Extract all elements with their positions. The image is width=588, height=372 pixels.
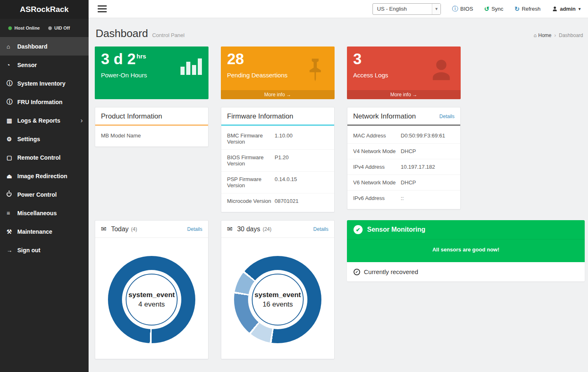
table-row: PSP Firmware Version 0.14.0.15 [221, 172, 334, 193]
sidebar-item-label: FRU Information [17, 99, 63, 105]
breadcrumb-home-label: Home [538, 33, 551, 38]
sensor-status-message: All sensors are good now! [347, 239, 585, 262]
eject-icon: ⏏ [7, 173, 17, 179]
arrow-circle-icon: → [286, 92, 291, 98]
refresh-label: Refresh [522, 6, 541, 12]
home-icon: ⌂ [534, 33, 536, 38]
refresh-button[interactable]: ↻ Refresh [515, 5, 541, 13]
access-logs-card: 3 Access Logs More info → [347, 46, 461, 99]
user-name: admin [560, 6, 576, 12]
caret-down-icon: ▾ [432, 4, 440, 14]
uid-status: UID Off [48, 26, 70, 30]
table-row: IPv4 Address 10.197.17.182 [347, 159, 460, 175]
status-bar: Host Online UID Off [0, 19, 89, 35]
sidebar-item-label: Dashboard [17, 43, 47, 50]
30days-details-link[interactable]: Details [313, 226, 328, 232]
sync-button[interactable]: ↺ Sync [484, 5, 503, 13]
language-select[interactable]: US - English ▾ [372, 3, 441, 15]
table-row: V4 Network Mode DHCP [347, 144, 460, 159]
user-icon [428, 56, 455, 85]
event-count: (24) [262, 226, 271, 232]
page-title: Dashboard [96, 27, 148, 40]
panel-title: Product Information [95, 107, 208, 125]
power-on-hours-card: 3 d 2hrs Power-On Hours [95, 46, 208, 99]
pending-deassertions-card: 28 Pending Deassertions More info → [221, 46, 335, 99]
currently-recovered-label: Currently recovered [364, 268, 418, 275]
chevron-right-icon: › [80, 116, 83, 125]
gauge-icon: ◔ [7, 62, 17, 68]
network-details-link[interactable]: Details [439, 114, 454, 119]
info-icon: ⓘ [452, 5, 458, 13]
table-row: BIOS Firmware Version P1.20 [221, 150, 334, 172]
wrench-icon: ⚒ [7, 228, 17, 235]
sync-label: Sync [492, 6, 504, 12]
sidebar-item-logs-reports[interactable]: ▥ Logs & Reports › [0, 111, 89, 130]
check-circle-outline-icon: ✔ [354, 269, 360, 275]
sidebar-item-sign-out[interactable]: → Sign out [0, 241, 89, 259]
sidebar-item-dashboard[interactable]: ⌂ Dashboard [0, 37, 89, 56]
today-details-link[interactable]: Details [187, 226, 202, 232]
sidebar-item-settings[interactable]: ⚙ Settings [0, 130, 89, 148]
sync-icon: ↺ [484, 5, 490, 13]
panel-title: Firmware Information [221, 107, 334, 125]
sensor-monitoring-panel: ✔ Sensor Monitoring All sensors are good… [347, 220, 585, 281]
more-info-button[interactable]: More info → [347, 90, 461, 99]
brand-logo: ASRockRack [0, 0, 89, 19]
sidebar-item-maintenance[interactable]: ⚒ Maintenance [0, 222, 89, 241]
table-row: IPv6 Address :: [347, 191, 460, 206]
bar-chart-icon [180, 56, 203, 79]
firmware-information-panel: Firmware Information BMC Firmware Versio… [221, 107, 335, 212]
arrow-circle-icon: → [412, 92, 417, 98]
breadcrumb-home[interactable]: ⌂ Home [534, 33, 551, 38]
user-menu[interactable]: admin ▾ [552, 6, 581, 12]
sign-out-icon: → [7, 247, 17, 253]
check-circle-icon: ✔ [354, 225, 363, 234]
sidebar: ASRockRack Host Online UID Off ⌂ Dashboa… [0, 0, 89, 372]
events-30days-panel: ✉ 30 days (24) Details system_event 16 e… [221, 220, 335, 359]
sidebar-item-label: Sign out [17, 247, 40, 253]
language-value: US - English [377, 6, 407, 12]
panel-title: Today [111, 226, 129, 233]
info-icon: ⓘ [7, 98, 17, 106]
home-icon: ⌂ [7, 43, 17, 50]
sidebar-item-sensor[interactable]: ◔ Sensor [0, 56, 89, 74]
sidebar-item-label: Sensor [17, 62, 37, 68]
sidebar-item-fru-information[interactable]: ⓘ FRU Information [0, 93, 89, 111]
event-count: (4) [131, 226, 137, 232]
donut-center-label: system_event [255, 291, 301, 299]
sidebar-item-label: Image Redirection [17, 173, 67, 179]
bios-label: BIOS [460, 6, 473, 12]
table-row: V6 Network Mode DHCP [347, 175, 460, 191]
events-today-panel: ✉ Today (4) Details system_event 4 event… [95, 220, 208, 359]
sidebar-item-label: Miscellaneous [17, 210, 57, 216]
product-information-panel: Product Information MB Model Name [95, 107, 208, 147]
sidebar-nav: ⌂ Dashboard ◔ Sensor ⓘ System Inventory … [0, 37, 89, 259]
sidebar-item-label: Remote Control [17, 154, 61, 161]
network-information-panel: Network Information Details MAC Address … [347, 107, 461, 209]
breadcrumb-separator: › [554, 33, 556, 38]
sidebar-item-remote-control[interactable]: ▢ Remote Control [0, 148, 89, 167]
donut-center-value: 16 events [262, 300, 293, 309]
main-content: Dashboard Control Panel ⌂ Home › Dashboa… [89, 18, 588, 359]
sidebar-item-power-control[interactable]: Power Control [0, 185, 89, 204]
bios-button[interactable]: ⓘ BIOS [452, 5, 473, 13]
bar-chart-icon: ▥ [7, 117, 17, 124]
sidebar-item-system-inventory[interactable]: ⓘ System Inventory [0, 74, 89, 93]
topbar: US - English ▾ ⓘ BIOS ↺ Sync ↻ Refresh a… [89, 0, 588, 18]
refresh-icon: ↻ [515, 5, 520, 13]
hamburger-icon[interactable] [98, 4, 107, 14]
sidebar-item-label: Power Control [17, 191, 57, 198]
table-row: Microcode Version 08701021 [221, 193, 334, 209]
sidebar-item-miscellaneous[interactable]: ≡ Miscellaneous [0, 204, 89, 222]
list-icon: ≡ [7, 210, 17, 216]
currently-recovered-item[interactable]: ✔ Currently recovered [347, 262, 585, 281]
host-online-dot [8, 26, 12, 30]
more-info-button[interactable]: More info → [221, 90, 335, 99]
page-subtitle: Control Panel [152, 32, 185, 38]
info-icon: ⓘ [7, 80, 17, 87]
pin-icon [302, 56, 329, 85]
breadcrumb-current: Dashboard [559, 33, 583, 38]
sidebar-item-image-redirection[interactable]: ⏏ Image Redirection [0, 167, 89, 185]
sidebar-item-label: Logs & Reports [17, 117, 60, 124]
panel-title: Network Information [353, 112, 416, 121]
